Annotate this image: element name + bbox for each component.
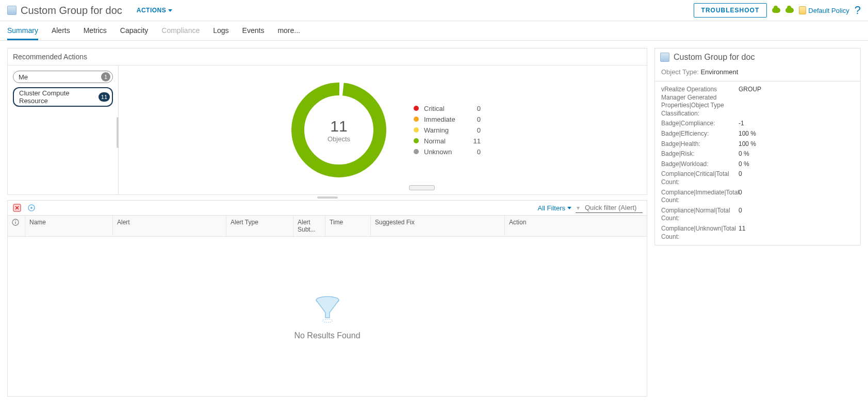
details-side-panel: Custom Group for doc Object Type: Enviro… [654, 48, 861, 245]
property-row: Compliance|Normal|Total Count:0 [661, 207, 854, 223]
page-header: Custom Group for doc ACTIONS TROUBLESHOO… [0, 0, 868, 21]
horizontal-scroll-handle[interactable] [409, 185, 435, 190]
filter-pill-me[interactable]: Me1 [13, 71, 113, 83]
policy-icon [799, 6, 806, 14]
chevron-down-icon [567, 207, 571, 209]
alert-table-header: NameAlertAlert TypeAlert Subt...TimeSugg… [7, 215, 647, 237]
legend-name: Unknown [424, 148, 465, 156]
recommended-pill-list: Me1Cluster Compute Resource11 [8, 65, 119, 194]
column-header-name[interactable]: Name [25, 216, 113, 236]
legend-item-unknown[interactable]: Unknown0 [414, 148, 481, 156]
svg-point-4 [30, 207, 32, 209]
column-header-alert[interactable]: Alert [113, 216, 226, 236]
legend-value: 0 [470, 105, 481, 112]
property-label: Compliance|Immediate|Total Count: [661, 189, 739, 205]
open-alert-icon[interactable] [26, 203, 37, 213]
recommended-chart-area: 11 Objects Critical0Immediate0Warning0No… [119, 65, 647, 194]
legend-item-immediate[interactable]: Immediate0 [414, 116, 481, 123]
column-header-action[interactable]: Action [505, 216, 647, 236]
column-header-alert-subt-[interactable]: Alert Subt... [293, 216, 325, 236]
pill-count: 1 [101, 72, 110, 81]
property-value: 0 % [739, 150, 749, 157]
side-header: Custom Group for doc [655, 48, 860, 66]
tab-bar: SummaryAlertsMetricsCapacityComplianceLo… [0, 21, 868, 41]
tab-alerts[interactable]: Alerts [52, 21, 70, 40]
policy-label: Default Policy [808, 7, 849, 14]
tab-summary[interactable]: Summary [7, 21, 38, 40]
property-value: -1 [739, 120, 744, 127]
legend-item-normal[interactable]: Normal11 [414, 137, 481, 145]
property-label: Badge|Efficiency: [661, 130, 739, 138]
legend-dot-icon [414, 138, 419, 143]
header-left: Custom Group for doc ACTIONS [7, 5, 172, 17]
actions-dropdown[interactable]: ACTIONS [137, 7, 173, 14]
legend-value: 0 [470, 116, 481, 123]
legend-item-critical[interactable]: Critical0 [414, 105, 481, 112]
legend-item-warning[interactable]: Warning0 [414, 126, 481, 134]
property-row: Compliance|Critical|Total Count:0 [661, 170, 854, 186]
quick-filter-wrap: ▾ [576, 203, 643, 213]
actions-label: ACTIONS [137, 7, 167, 14]
status-icon-1 [772, 8, 780, 13]
property-label: Badge|Compliance: [661, 120, 739, 128]
donut-value: 11 [330, 118, 347, 135]
column-header-time[interactable]: Time [325, 216, 371, 236]
tab-capacity[interactable]: Capacity [120, 21, 148, 40]
recommended-actions-panel: Recommended Actions Me1Cluster Compute R… [7, 48, 647, 195]
filter-pill-cluster-compute-resource[interactable]: Cluster Compute Resource11 [13, 87, 113, 107]
tab-metrics[interactable]: Metrics [84, 21, 107, 40]
legend-name: Warning [424, 126, 465, 134]
group-icon [660, 53, 669, 62]
property-value: GROUP [739, 86, 761, 93]
legend-dot-icon [414, 149, 419, 154]
column-header-suggested-fix[interactable]: Suggested Fix [371, 216, 505, 236]
group-icon [7, 6, 17, 15]
tab-events[interactable]: Events [242, 21, 265, 40]
funnel-icon: ▾ [577, 204, 580, 211]
no-results-label: No Results Found [294, 331, 360, 340]
property-label: Badge|Health: [661, 140, 739, 149]
legend-name: Critical [424, 105, 465, 112]
all-filters-label: All Filters [538, 204, 565, 212]
default-policy-link[interactable]: Default Policy [799, 6, 849, 14]
side-title: Custom Group for doc [674, 53, 755, 62]
alert-filter-bar: All Filters ▾ [7, 200, 647, 215]
column-header-status[interactable] [8, 216, 25, 236]
svg-rect-7 [15, 221, 15, 221]
properties-list: vRealize Operations Manager Generated Pr… [655, 81, 860, 245]
info-icon [12, 219, 19, 226]
property-row: Badge|Health:100 % [661, 140, 854, 149]
alert-table-body: No Results Found [7, 237, 647, 397]
quick-filter-input[interactable] [576, 203, 643, 213]
object-type-row: Object Type: Environment [655, 66, 860, 81]
property-row: Compliance|Unknown|Total Count:11 [661, 225, 854, 241]
tab-more[interactable]: more... [277, 21, 300, 40]
page-title: Custom Group for doc [21, 5, 122, 17]
help-icon[interactable]: ? [855, 4, 861, 17]
property-value: 11 [739, 225, 745, 232]
property-label: Badge|Risk: [661, 150, 739, 158]
tab-logs[interactable]: Logs [213, 21, 228, 40]
property-row: vRealize Operations Manager Generated Pr… [661, 86, 854, 118]
property-value: 0 % [739, 160, 749, 168]
svg-point-9 [322, 319, 333, 322]
chart-legend: Critical0Immediate0Warning0Normal11Unkno… [414, 105, 481, 156]
legend-dot-icon [414, 117, 419, 122]
column-header-alert-type[interactable]: Alert Type [226, 216, 293, 236]
cancel-alert-icon[interactable] [12, 203, 22, 213]
header-right: TROUBLESHOOT Default Policy ? [694, 3, 861, 18]
property-value: 0 [739, 170, 742, 177]
status-icon-2 [785, 8, 794, 13]
object-type-value: Environment [700, 68, 738, 76]
property-value: 0 [739, 207, 742, 214]
troubleshoot-button[interactable]: TROUBLESHOOT [694, 3, 767, 18]
property-value: 100 % [739, 130, 756, 137]
split-handle[interactable] [7, 195, 647, 200]
tab-compliance: Compliance [161, 21, 200, 40]
property-label: Badge|Workload: [661, 160, 739, 169]
property-label: Compliance|Critical|Total Count: [661, 170, 739, 186]
donut-label: Objects [327, 135, 350, 143]
object-type-label: Object Type: [661, 68, 699, 76]
svg-rect-6 [15, 222, 15, 224]
all-filters-dropdown[interactable]: All Filters [538, 204, 571, 212]
